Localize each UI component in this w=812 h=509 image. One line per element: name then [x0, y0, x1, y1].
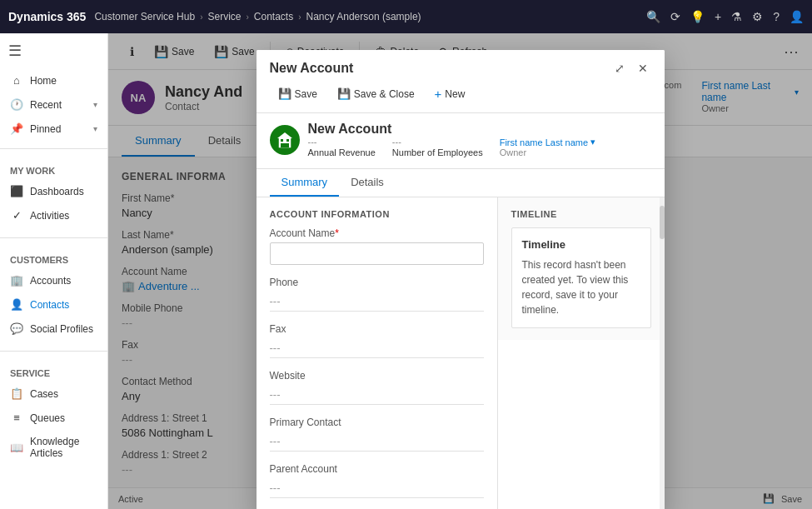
sidebar-item-knowledge-label: Knowledge Articles	[30, 436, 97, 459]
search-icon[interactable]: 🔍	[646, 10, 660, 23]
sidebar-item-queues-label: Queues	[30, 412, 65, 424]
sidebar-service-section: Service 📋 Cases ≡ Queues 📖 Knowledge Art…	[0, 355, 107, 472]
sidebar-item-pinned-label: Pinned	[30, 123, 61, 135]
modal-tab-summary[interactable]: Summary	[270, 169, 340, 197]
scrollbar-track	[660, 197, 665, 509]
modal-tab-details[interactable]: Details	[339, 169, 396, 197]
modal-primary-contact-field: Primary Contact ---	[270, 417, 484, 452]
timeline-description: This record hasn't been created yet. To …	[522, 257, 640, 317]
sidebar-my-work-section: My Work ⬛ Dashboards ✓ Activities	[0, 152, 107, 234]
plus-icon[interactable]: +	[715, 10, 721, 23]
svg-rect-2	[286, 139, 289, 142]
sidebar-item-dashboards-label: Dashboards	[30, 186, 84, 197]
modal-save-button[interactable]: 💾 Save	[270, 84, 326, 103]
modal-owner-role: Owner	[500, 147, 595, 157]
breadcrumb-record[interactable]: Nancy Anderson (sample)	[306, 11, 421, 22]
modal-new-button[interactable]: + New	[426, 83, 474, 104]
modal-save-close-button[interactable]: 💾 Save & Close	[329, 84, 423, 103]
hamburger-menu[interactable]: ☰	[8, 42, 22, 59]
required-indicator: *	[335, 227, 339, 239]
modal-left-panel: ACCOUNT INFORMATION Account Name* Phone …	[257, 197, 498, 509]
sidebar-item-home-label: Home	[30, 75, 57, 87]
new-account-modal: New Account ⤢ ✕ 💾 Save 💾	[257, 50, 665, 509]
modal-toolbar: 💾 Save 💾 Save & Close + New	[270, 83, 651, 104]
my-work-section-title: My Work	[0, 159, 107, 179]
modal-body: ACCOUNT INFORMATION Account Name* Phone …	[257, 197, 665, 509]
modal-record-info: New Account --- Annual Revenue --- Numbe…	[308, 122, 651, 158]
chevron-icon-1: ›	[200, 12, 202, 22]
sidebar-divider-2	[0, 237, 107, 238]
breadcrumb-hub[interactable]: Customer Service Hub	[94, 11, 195, 22]
account-info-section-title: ACCOUNT INFORMATION	[270, 209, 484, 219]
modal-fax-label: Fax	[270, 323, 484, 335]
modal-website-value: ---	[270, 385, 484, 405]
sidebar-item-social-profiles[interactable]: 💬 Social Profiles	[0, 317, 107, 341]
expand-recent-icon: ▾	[93, 100, 97, 109]
social-icon: 💬	[10, 322, 23, 335]
sidebar-item-knowledge[interactable]: 📖 Knowledge Articles	[0, 430, 107, 465]
svg-marker-6	[277, 132, 292, 138]
timeline-card-title: Timeline	[522, 238, 640, 251]
settings-icon[interactable]: ⚙	[752, 10, 763, 23]
chevron-icon-3: ›	[298, 12, 301, 22]
modal-parent-account-value: ---	[270, 478, 484, 498]
modal-tabs: Summary Details	[257, 169, 665, 197]
sidebar-divider-3	[0, 351, 107, 352]
nav-icons: 🔍 ⟳ 💡 + ⚗ ⚙ ? 👤	[646, 10, 804, 23]
svg-rect-4	[286, 143, 289, 147]
sidebar-header: ☰	[0, 33, 107, 64]
modal-account-name-field: Account Name*	[270, 227, 484, 265]
modal-revenue-label: ---	[308, 137, 376, 147]
modal-employees-label: ---	[392, 137, 483, 147]
modal-save-icon: 💾	[278, 87, 291, 100]
sidebar-item-queues[interactable]: ≡ Queues	[0, 406, 107, 430]
filter-icon[interactable]: ⚗	[731, 10, 742, 23]
sidebar-item-dashboards[interactable]: ⬛ Dashboards	[0, 179, 107, 203]
modal-phone-label: Phone	[270, 277, 484, 288]
breadcrumb-contacts[interactable]: Contacts	[254, 11, 293, 22]
top-nav: Dynamics 365 Customer Service Hub › Serv…	[0, 0, 812, 33]
account-building-icon	[276, 131, 294, 149]
sidebar-item-accounts[interactable]: 🏢 Accounts	[0, 268, 107, 292]
modal-account-name-input[interactable]	[270, 242, 484, 265]
modal-maximize-button[interactable]: ⤢	[611, 60, 628, 77]
sidebar-item-cases[interactable]: 📋 Cases	[0, 382, 107, 406]
svg-rect-5	[283, 143, 286, 147]
user-icon[interactable]: 👤	[790, 10, 804, 23]
sidebar-item-pinned[interactable]: 📌 Pinned ▾	[0, 117, 107, 141]
modal-record-header: New Account --- Annual Revenue --- Numbe…	[257, 113, 665, 169]
modal-owner-chevron-icon: ▾	[590, 137, 595, 147]
modal-parent-account-label: Parent Account	[270, 463, 484, 475]
modal-website-label: Website	[270, 370, 484, 382]
scrollbar-thumb[interactable]	[660, 206, 665, 239]
sidebar-item-social-profiles-label: Social Profiles	[30, 323, 93, 335]
sidebar-nav-section: ⌂ Home 🕐 Recent ▾ 📌 Pinned ▾	[0, 64, 107, 145]
modal-phone-field: Phone ---	[270, 277, 484, 312]
modal-revenue-value: Annual Revenue	[308, 147, 376, 157]
refresh-circle-icon[interactable]: ⟳	[670, 10, 680, 23]
modal-close-button[interactable]: ✕	[635, 60, 651, 77]
sidebar-item-home[interactable]: ⌂ Home	[0, 68, 107, 92]
help-icon[interactable]: ?	[773, 10, 780, 23]
modal-right-panel-wrapper: TIMELINE Timeline This record hasn't bee…	[498, 197, 665, 509]
sidebar: ☰ ⌂ Home 🕐 Recent ▾ 📌 Pinned ▾ My Work ⬛	[0, 33, 108, 509]
modal-account-name-label: Account Name*	[270, 227, 484, 239]
sidebar-customers-section: Customers 🏢 Accounts 👤 Contacts 💬 Social…	[0, 242, 107, 347]
sidebar-item-recent-label: Recent	[30, 99, 62, 111]
cases-icon: 📋	[10, 387, 23, 400]
home-icon: ⌂	[10, 74, 23, 87]
expand-pinned-icon: ▾	[93, 124, 97, 133]
modal-fax-value: ---	[270, 338, 484, 358]
bulb-icon[interactable]: 💡	[690, 10, 705, 23]
sidebar-item-recent[interactable]: 🕐 Recent ▾	[0, 92, 107, 117]
breadcrumb-service[interactable]: Service	[207, 11, 241, 22]
brand-logo[interactable]: Dynamics 365	[8, 10, 86, 23]
sidebar-item-activities[interactable]: ✓ Activities	[0, 203, 107, 227]
sidebar-item-contacts[interactable]: 👤 Contacts	[0, 292, 107, 317]
customers-section-title: Customers	[0, 248, 107, 268]
modal-fax-field: Fax ---	[270, 323, 484, 358]
modal-title-row: New Account ⤢ ✕	[270, 60, 651, 77]
modal-parent-account-field: Parent Account ---	[270, 463, 484, 498]
breadcrumb: Customer Service Hub › Service › Contact…	[94, 11, 638, 22]
modal-owner-name[interactable]: First name Last name ▾	[500, 137, 595, 147]
